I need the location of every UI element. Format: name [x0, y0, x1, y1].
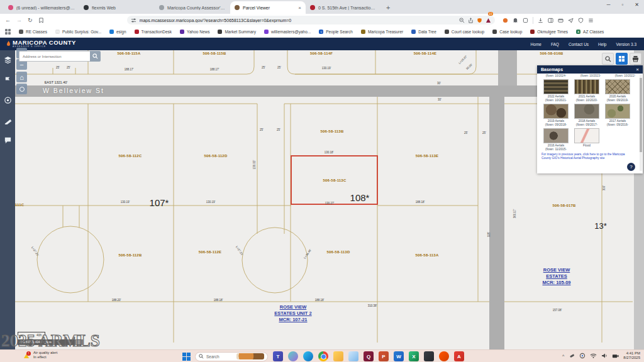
- bookmark-item[interactable]: Okmulgee Times: [530, 30, 568, 34]
- bookmark-item[interactable]: Q People Search: [319, 30, 353, 34]
- site-settings-icon[interactable]: [131, 18, 136, 23]
- help-icon[interactable]: ?: [627, 163, 635, 171]
- reload-button[interactable]: ↻: [28, 17, 33, 23]
- bookmark-item[interactable]: Market Summary: [218, 30, 255, 34]
- wifi-icon[interactable]: [590, 353, 597, 359]
- taskbar-search[interactable]: Search: [195, 352, 268, 361]
- parcel-label[interactable]: 111C: [15, 203, 24, 207]
- address-bar[interactable]: maps.mcassessor.maricopa.gov/?esearch=50…: [127, 16, 495, 25]
- taskbar-app-dark-utility[interactable]: [424, 351, 434, 361]
- browser-tab[interactable]: flexmls Web: [79, 1, 155, 14]
- basemap-option[interactable]: 2016 Aerials(flown: 11/2015-: [541, 128, 570, 151]
- send-icon[interactable]: [568, 18, 574, 23]
- taskbar-app-brave[interactable]: [439, 351, 449, 361]
- tray-onedrive-icon[interactable]: [579, 353, 586, 359]
- downloads-icon[interactable]: [538, 18, 543, 23]
- mcr-plat-link[interactable]: ROSE VIEWESTATES UNIT 2MCR: 107-21: [274, 304, 311, 323]
- bookmark-item[interactable]: Yahoo News: [180, 30, 209, 34]
- parcel-label[interactable]: 506-58-113A: [416, 253, 439, 257]
- parcel-label[interactable]: 506-58-114E: [414, 52, 437, 55]
- start-button[interactable]: [182, 352, 191, 361]
- header-nav-link[interactable]: Home: [531, 42, 541, 47]
- browser-menu-icon[interactable]: [588, 18, 594, 23]
- address-search-input[interactable]: [19, 51, 90, 62]
- taskbar-clock[interactable]: 4:41 PM 8/27/2025: [623, 351, 640, 360]
- header-nav-link[interactable]: Contact Us: [569, 42, 589, 47]
- basemap-option[interactable]: Flood: [572, 128, 601, 151]
- basemap-option[interactable]: 2019 Aerials(flown: 09/2018-: [541, 103, 570, 126]
- extension-orange-icon[interactable]: [502, 18, 508, 23]
- basemaps-toggle-button[interactable]: [616, 53, 628, 65]
- basemap-thumbnail[interactable]: [543, 128, 569, 143]
- basemap-option[interactable]: 2022 Aerials(flown: 10/2021-: [541, 79, 570, 102]
- taskbar-app-copilot[interactable]: [288, 351, 298, 361]
- basemap-thumbnail[interactable]: [543, 104, 569, 119]
- panel-scrollbar[interactable]: [640, 75, 642, 171]
- extension-ghost-icon[interactable]: [513, 18, 518, 23]
- layers-icon[interactable]: [4, 56, 12, 64]
- parcel-label[interactable]: 506-58-113D: [327, 250, 350, 254]
- taskbar-app-word[interactable]: W: [394, 351, 404, 361]
- parcel-label[interactable]: 506-58-112B: [119, 253, 142, 257]
- new-tab-button[interactable]: +: [386, 4, 390, 11]
- map-search-tool-button[interactable]: [602, 53, 614, 65]
- search-button[interactable]: [90, 51, 101, 62]
- taskbar-app-edge[interactable]: [303, 351, 313, 361]
- close-icon[interactable]: ×: [636, 67, 639, 72]
- header-nav-link[interactable]: Help: [598, 42, 606, 47]
- taskbar-app-chrome[interactable]: [318, 351, 328, 361]
- print-button[interactable]: [630, 53, 641, 65]
- basemap-option[interactable]: 2021 Aerials(flown: 10/2020-: [572, 79, 601, 102]
- directions-icon[interactable]: [4, 76, 12, 84]
- bookmark-item[interactable]: RE Classes: [19, 30, 47, 34]
- taskbar-app-teams[interactable]: T: [273, 351, 283, 361]
- basemap-option[interactable]: 2020 Aerials(flown: 09/2019-: [603, 79, 632, 102]
- bookmark-item[interactable]: Court case lookup: [445, 30, 484, 34]
- basemap-thumbnail[interactable]: [574, 104, 599, 119]
- basemaps-footer-link[interactable]: For imagery in previous years, click her…: [541, 153, 631, 160]
- bookmark-item[interactable]: Case lookup: [492, 30, 522, 34]
- forward-button[interactable]: →: [16, 17, 22, 23]
- search-highlight-image[interactable]: [236, 353, 264, 359]
- locate-button[interactable]: [16, 84, 27, 94]
- tray-camera-icon[interactable]: [612, 353, 619, 359]
- window-close-button[interactable]: ✕: [635, 2, 639, 8]
- header-nav-link[interactable]: FAQ: [551, 42, 559, 47]
- bookmark-item[interactable]: Data Tree: [411, 30, 436, 34]
- parcel-label[interactable]: 506-58-113E: [416, 154, 439, 158]
- window-minimize-button[interactable]: ─: [607, 2, 611, 8]
- tray-pen-icon[interactable]: [569, 353, 575, 359]
- shield-extension-icon[interactable]: [477, 18, 482, 23]
- apps-grid-icon[interactable]: [5, 29, 11, 35]
- parcel-label[interactable]: 506-58-017B: [552, 204, 575, 207]
- window-maximize-button[interactable]: ▫: [621, 2, 623, 8]
- parcel-label[interactable]: 506-58-113B: [321, 129, 344, 133]
- taskbar-app-file-explorer[interactable]: [333, 351, 343, 361]
- taskbar-app-photos[interactable]: [348, 351, 358, 361]
- basemap-gallery-icon[interactable]: [4, 96, 12, 104]
- feedback-icon[interactable]: [4, 136, 12, 145]
- parcel-label[interactable]: 506-58-115A: [118, 52, 141, 55]
- parcel-label[interactable]: 506-58-112D: [204, 154, 228, 158]
- tab-close-icon[interactable]: ×: [298, 5, 301, 11]
- parcel-label[interactable]: 506-58-112E: [199, 250, 222, 254]
- bookmark-item[interactable]: TransactionDesk: [135, 30, 172, 34]
- basemap-thumbnail[interactable]: [574, 79, 599, 94]
- browser-tab[interactable]: Parcel Viewer ×: [230, 1, 306, 14]
- basemap-thumbnail[interactable]: [605, 104, 630, 119]
- volume-icon[interactable]: [601, 353, 608, 359]
- browser-tab[interactable]: (6 unread) - williemasters@yahoo.c...: [4, 1, 79, 14]
- extension-box-icon[interactable]: [523, 18, 528, 23]
- browser-tab[interactable]: 0 S. 515th Ave | TransactionDesk: [306, 1, 381, 14]
- back-button[interactable]: ←: [5, 17, 11, 23]
- basemap-option[interactable]: 2017 Aerials(flown: 09/2016-: [603, 103, 632, 126]
- parcel-label[interactable]: 506-58-114F: [310, 52, 333, 55]
- parcel-label[interactable]: 506-58-112C: [119, 154, 142, 158]
- weather-alert-widget[interactable]: ! Air quality alert In effect: [24, 351, 57, 359]
- parcel-label[interactable]: 506-58-115B: [203, 52, 226, 55]
- parcel-label[interactable]: 506-58-113C: [323, 178, 347, 182]
- browser-tab[interactable]: Maricopa County Assessor's Office: [155, 1, 230, 14]
- mcr-plat-link[interactable]: ROSE VIEWESTATESMCR: 105-09: [542, 267, 570, 286]
- bookmark-item[interactable]: Maricopa Treasurer: [361, 30, 403, 34]
- bookmark-item[interactable]: williemasters@yaho...: [264, 30, 311, 34]
